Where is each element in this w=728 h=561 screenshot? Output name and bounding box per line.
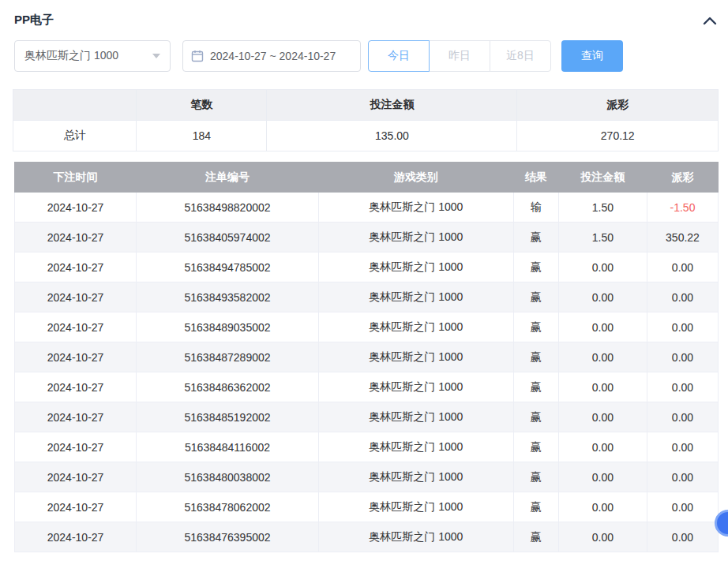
cell-payout: 0.00 bbox=[647, 342, 718, 372]
cell-order-number: 51638484116002 bbox=[137, 432, 319, 462]
cell-result: 赢 bbox=[513, 372, 558, 402]
cell-bet-time: 2024-10-27 bbox=[15, 432, 137, 462]
cell-bet-amount: 0.00 bbox=[558, 522, 647, 552]
cell-order-number: 51638405974002 bbox=[137, 223, 319, 252]
date-range-input[interactable]: 2024-10-27 ~ 2024-10-27 bbox=[182, 40, 361, 72]
cell-result: 赢 bbox=[513, 342, 558, 372]
cell-bet-amount: 1.50 bbox=[558, 223, 647, 252]
cell-game-type: 奥林匹斯之门 1000 bbox=[318, 372, 513, 402]
cell-bet-amount: 0.00 bbox=[558, 342, 647, 372]
cell-result: 输 bbox=[513, 193, 558, 223]
cell-payout: 0.00 bbox=[647, 522, 718, 552]
table-row: 2024-10-27 51638485192002 奥林匹斯之门 1000 赢 … bbox=[15, 402, 719, 432]
cell-bet-amount: 0.00 bbox=[558, 312, 647, 342]
col-header-result: 结果 bbox=[513, 163, 558, 193]
table-row: 2024-10-27 51638405974002 奥林匹斯之门 1000 赢 … bbox=[15, 223, 719, 252]
quick-filter-group: 今日 昨日 近8日 bbox=[368, 40, 551, 72]
cell-payout: 0.00 bbox=[647, 282, 718, 312]
cell-bet-time: 2024-10-27 bbox=[15, 312, 137, 342]
summary-total-count: 184 bbox=[137, 121, 267, 151]
cell-bet-amount: 0.00 bbox=[558, 252, 647, 282]
summary-header-empty bbox=[13, 90, 137, 121]
cell-bet-time: 2024-10-27 bbox=[15, 492, 137, 522]
table-row: 2024-10-27 51638489035002 奥林匹斯之门 1000 赢 … bbox=[15, 312, 719, 342]
cell-bet-amount: 1.50 bbox=[558, 193, 647, 223]
col-header-bet-time: 下注时间 bbox=[15, 163, 137, 193]
panel-header: PP电子 bbox=[13, 0, 719, 39]
cell-payout: 0.00 bbox=[647, 312, 718, 342]
table-row: 2024-10-27 51638493582002 奥林匹斯之门 1000 赢 … bbox=[15, 282, 719, 312]
quick-filter-today[interactable]: 今日 bbox=[368, 40, 430, 72]
summary-total-row: 总计 184 135.00 270.12 bbox=[13, 121, 719, 151]
table-row: 2024-10-27 51638484116002 奥林匹斯之门 1000 赢 … bbox=[15, 432, 719, 462]
cell-bet-amount: 0.00 bbox=[558, 492, 647, 522]
summary-header-bet: 投注金额 bbox=[267, 90, 517, 121]
cell-order-number: 51638476395002 bbox=[137, 522, 319, 552]
cell-bet-amount: 0.00 bbox=[558, 462, 647, 492]
cell-payout: 350.22 bbox=[647, 223, 718, 252]
cell-bet-time: 2024-10-27 bbox=[15, 372, 137, 402]
cell-order-number: 51638494785002 bbox=[137, 252, 319, 282]
cell-result: 赢 bbox=[513, 402, 558, 432]
cell-result: 赢 bbox=[513, 492, 558, 522]
bet-table-body: 2024-10-27 51638498820002 奥林匹斯之门 1000 输 … bbox=[15, 193, 719, 552]
cell-game-type: 奥林匹斯之门 1000 bbox=[318, 193, 513, 223]
cell-game-type: 奥林匹斯之门 1000 bbox=[318, 342, 513, 372]
cell-payout: 0.00 bbox=[647, 462, 718, 492]
cell-result: 赢 bbox=[513, 282, 558, 312]
filter-bar: 奥林匹斯之门 1000 2024-10-27 ~ 2024-10-27 今日 昨… bbox=[13, 39, 719, 72]
bet-records-table: 下注时间 注单编号 游戏类别 结果 投注金额 派彩 2024-10-27 516… bbox=[14, 162, 719, 552]
summary-header-row: 笔数 投注金额 派彩 bbox=[13, 90, 719, 121]
chevron-down-icon bbox=[152, 54, 160, 58]
cell-bet-time: 2024-10-27 bbox=[15, 402, 137, 432]
summary-total-bet: 135.00 bbox=[267, 121, 517, 151]
summary-total-label: 总计 bbox=[13, 121, 137, 151]
cell-order-number: 51638489035002 bbox=[137, 312, 319, 342]
cell-order-number: 51638486362002 bbox=[137, 372, 319, 402]
cell-payout: 0.00 bbox=[647, 372, 718, 402]
col-header-payout: 派彩 bbox=[647, 163, 718, 193]
cell-game-type: 奥林匹斯之门 1000 bbox=[318, 312, 513, 342]
cell-game-type: 奥林匹斯之门 1000 bbox=[318, 252, 513, 282]
collapse-panel-button[interactable] bbox=[703, 15, 717, 26]
cell-payout: 0.00 bbox=[647, 432, 718, 462]
cell-result: 赢 bbox=[513, 312, 558, 342]
summary-header-count: 笔数 bbox=[137, 90, 267, 121]
quick-filter-last8days[interactable]: 近8日 bbox=[490, 40, 551, 72]
cell-order-number: 51638485192002 bbox=[137, 402, 319, 432]
cell-result: 赢 bbox=[513, 252, 558, 282]
cell-bet-amount: 0.00 bbox=[558, 432, 647, 462]
summary-table: 笔数 投注金额 派彩 总计 184 135.00 270.12 bbox=[13, 89, 719, 151]
cell-payout: 0.00 bbox=[647, 402, 718, 432]
table-row: 2024-10-27 51638487289002 奥林匹斯之门 1000 赢 … bbox=[15, 342, 719, 372]
cell-game-type: 奥林匹斯之门 1000 bbox=[318, 432, 513, 462]
cell-payout: -1.50 bbox=[647, 193, 718, 223]
cell-game-type: 奥林匹斯之门 1000 bbox=[318, 282, 513, 312]
cell-order-number: 51638493582002 bbox=[137, 282, 319, 312]
search-button[interactable]: 查询 bbox=[561, 40, 623, 72]
cell-result: 赢 bbox=[513, 462, 558, 492]
quick-filter-yesterday[interactable]: 昨日 bbox=[429, 40, 490, 72]
cell-bet-time: 2024-10-27 bbox=[15, 522, 137, 552]
calendar-icon bbox=[191, 50, 204, 62]
bet-table-header-row: 下注时间 注单编号 游戏类别 结果 投注金额 派彩 bbox=[15, 163, 719, 193]
cell-result: 赢 bbox=[513, 432, 558, 462]
summary-total-payout: 270.12 bbox=[517, 121, 719, 151]
cell-bet-time: 2024-10-27 bbox=[15, 282, 137, 312]
game-select[interactable]: 奥林匹斯之门 1000 bbox=[14, 40, 171, 72]
chevron-up-icon bbox=[703, 15, 717, 26]
summary-header-payout: 派彩 bbox=[517, 90, 719, 121]
table-row: 2024-10-27 51638480038002 奥林匹斯之门 1000 赢 … bbox=[15, 462, 719, 492]
cell-order-number: 51638498820002 bbox=[137, 193, 319, 223]
cell-bet-time: 2024-10-27 bbox=[15, 252, 137, 282]
col-header-bet-amount: 投注金额 bbox=[558, 163, 647, 193]
cell-order-number: 51638480038002 bbox=[137, 462, 319, 492]
game-select-value: 奥林匹斯之门 1000 bbox=[24, 49, 118, 63]
cell-bet-time: 2024-10-27 bbox=[15, 193, 137, 223]
table-row: 2024-10-27 51638494785002 奥林匹斯之门 1000 赢 … bbox=[15, 252, 719, 282]
cell-order-number: 51638478062002 bbox=[137, 492, 319, 522]
cell-game-type: 奥林匹斯之门 1000 bbox=[318, 462, 513, 492]
cell-bet-amount: 0.00 bbox=[558, 282, 647, 312]
table-row: 2024-10-27 51638476395002 奥林匹斯之门 1000 赢 … bbox=[15, 522, 719, 552]
cell-bet-time: 2024-10-27 bbox=[15, 342, 137, 372]
